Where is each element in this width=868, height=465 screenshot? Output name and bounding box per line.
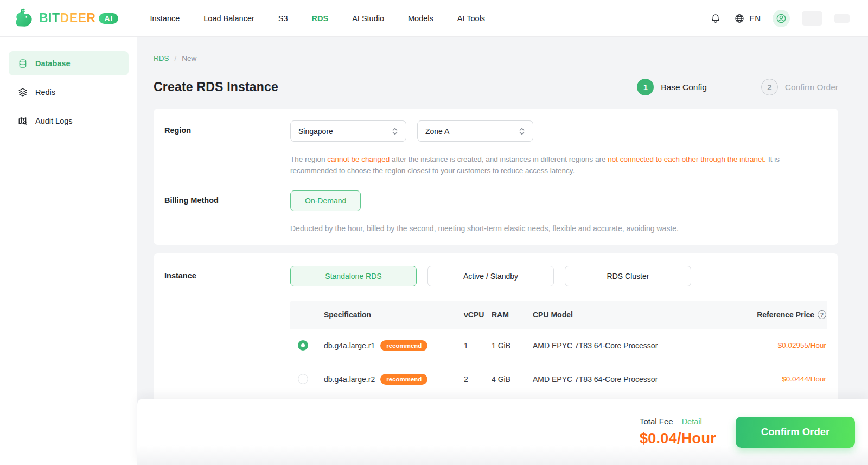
nav-load-balancer[interactable]: Load Balancer <box>203 14 254 23</box>
region-label: Region <box>164 120 290 176</box>
breadcrumb-new: New <box>182 54 196 62</box>
ram-value: 4 GiB <box>492 375 533 384</box>
bitdeer-logo[interactable]: BITDEER AI <box>0 8 118 29</box>
instance-label: Instance <box>164 266 290 396</box>
header-placeholder-block <box>834 14 850 23</box>
radio-unselected[interactable] <box>298 374 308 384</box>
sidebar-item-label: Audit Logs <box>35 117 73 125</box>
step-2-circle: 2 <box>761 79 778 95</box>
layers-icon <box>17 87 28 98</box>
top-navbar: BITDEER AI Instance Load Balancer S3 RDS… <box>0 0 868 37</box>
col-cpu-model: CPU Model <box>533 310 727 319</box>
chevron-up-down-icon <box>392 127 398 136</box>
stepper: 1 Base Config 2 Confirm Order <box>637 79 838 95</box>
spec-table: Specification vCPU RAM CPU Model Referen… <box>290 301 827 396</box>
step-2-label: Confirm Order <box>785 82 838 92</box>
total-fee-block: Total Fee Detail $0.04/Hour <box>640 417 716 447</box>
globe-icon <box>733 12 745 24</box>
stepper-connector <box>714 87 754 87</box>
base-config-card: Region Singapore Zone A <box>154 109 838 245</box>
tab-standalone-rds[interactable]: Standalone RDS <box>290 266 417 286</box>
billing-method-label: Billing Method <box>164 190 290 233</box>
language-label: EN <box>749 14 761 23</box>
price-help-icon[interactable]: ? <box>818 310 826 319</box>
step-1-label: Base Config <box>661 82 706 92</box>
notification-bell-icon[interactable] <box>710 12 722 24</box>
spec-name: db.g4a.large.r2 <box>324 375 375 384</box>
price-value: $0.0444/Hour <box>727 375 827 383</box>
radio-selected[interactable] <box>298 340 308 351</box>
breadcrumb-rds[interactable]: RDS <box>154 54 169 62</box>
zone-select-value: Zone A <box>425 127 449 136</box>
sidebar-item-redis[interactable]: Redis <box>9 80 129 104</box>
app-root: BITDEER AI Instance Load Balancer S3 RDS… <box>0 0 868 465</box>
billing-description: Deducted by the hour, billed by the seco… <box>290 224 827 233</box>
zone-select[interactable]: Zone A <box>417 120 533 142</box>
instance-type-tabs: Standalone RDS Active / Standby RDS Clus… <box>290 266 827 286</box>
cpu-model-value: AMD EPYC 7T83 64-Core Processor <box>533 341 727 350</box>
header-actions: EN <box>710 10 868 27</box>
spec-row-r2[interactable]: db.g4a.large.r2 recommend 2 4 GiB AMD EP… <box>290 362 827 396</box>
sidebar-item-database[interactable]: Database <box>9 51 129 75</box>
region-select-value: Singapore <box>298 127 333 136</box>
region-select[interactable]: Singapore <box>290 120 406 142</box>
nav-ai-tools[interactable]: AI Tools <box>457 14 485 23</box>
sidebar-item-label: Database <box>35 59 70 68</box>
nav-models[interactable]: Models <box>408 14 433 23</box>
breadcrumb: RDS / New <box>154 54 838 62</box>
sidebar-item-audit-logs[interactable]: Audit Logs <box>9 109 129 133</box>
step-1-circle: 1 <box>637 79 654 95</box>
nav-s3[interactable]: S3 <box>278 14 288 23</box>
nav-instance[interactable]: Instance <box>150 14 180 23</box>
col-ram: RAM <box>492 310 533 319</box>
primary-nav: Instance Load Balancer S3 RDS AI Studio … <box>150 14 485 23</box>
vcpu-value: 1 <box>455 341 492 350</box>
sidebar-item-label: Redis <box>35 88 55 97</box>
order-summary-bar: Total Fee Detail $0.04/Hour Confirm Orde… <box>137 399 868 465</box>
spec-table-header: Specification vCPU RAM CPU Model Referen… <box>290 301 827 329</box>
header-placeholder-block <box>802 11 822 26</box>
confirm-order-button[interactable]: Confirm Order <box>736 417 855 448</box>
nav-ai-studio[interactable]: AI Studio <box>352 14 384 23</box>
billing-on-demand-button[interactable]: On-Demand <box>290 190 361 211</box>
recommend-badge: recommend <box>380 340 427 351</box>
step-confirm-order: 2 Confirm Order <box>761 79 838 95</box>
total-fee-label: Total Fee <box>640 417 673 426</box>
fee-detail-link[interactable]: Detail <box>682 417 702 426</box>
total-fee-price: $0.04/Hour <box>640 430 716 447</box>
user-avatar[interactable] <box>773 10 790 27</box>
col-reference-price: Reference Price <box>757 310 814 319</box>
col-vcpu: vCPU <box>455 310 492 319</box>
col-specification: Specification <box>315 310 455 319</box>
nav-rds[interactable]: RDS <box>312 14 329 23</box>
bitdeer-wordmark: BITDEER AI <box>39 11 118 26</box>
region-note: The region cannot be changed after the i… <box>290 154 827 176</box>
chevron-up-down-icon <box>519 127 525 136</box>
breadcrumb-separator: / <box>175 54 177 62</box>
step-base-config: 1 Base Config <box>637 79 706 95</box>
cpu-model-value: AMD EPYC 7T83 64-Core Processor <box>533 375 727 384</box>
instance-card: Instance Standalone RDS Active / Standby… <box>154 253 838 409</box>
vcpu-value: 2 <box>455 375 492 384</box>
tab-rds-cluster[interactable]: RDS Cluster <box>565 266 691 286</box>
spec-name: db.g4a.large.r1 <box>324 341 375 350</box>
spec-row-r1[interactable]: db.g4a.large.r1 recommend 1 1 GiB AMD EP… <box>290 329 827 362</box>
page-title: Create RDS Instance <box>154 80 278 94</box>
database-icon <box>17 58 28 69</box>
bitdeer-deer-icon <box>14 8 35 29</box>
left-sidebar: Database Redis A <box>0 37 137 465</box>
ai-badge: AI <box>99 13 118 24</box>
tab-active-standby[interactable]: Active / Standby <box>427 266 554 286</box>
recommend-badge: recommend <box>380 374 427 385</box>
price-value: $0.02955/Hour <box>727 341 827 349</box>
audit-map-icon <box>17 116 28 126</box>
ram-value: 1 GiB <box>492 341 533 350</box>
language-switcher[interactable]: EN <box>733 12 761 24</box>
